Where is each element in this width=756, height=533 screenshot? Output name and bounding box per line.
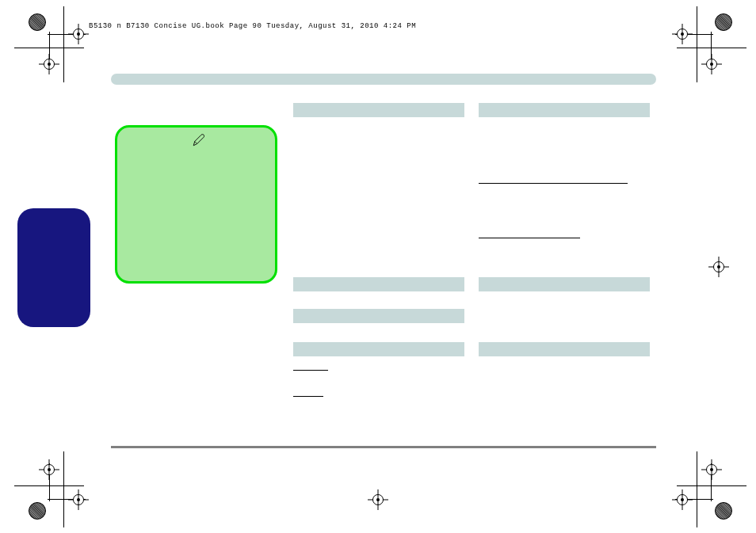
column1-subheading-bar bbox=[293, 342, 464, 356]
crop-line bbox=[697, 6, 697, 82]
column1-subheading-bar bbox=[293, 277, 464, 291]
crop-line bbox=[63, 451, 64, 527]
registration-mark-icon bbox=[704, 57, 719, 71]
halftone-circle-icon bbox=[29, 502, 46, 520]
note-callout-box bbox=[115, 125, 277, 284]
registration-mark-icon bbox=[371, 493, 385, 507]
text-underline bbox=[479, 238, 580, 238]
halftone-circle-icon bbox=[29, 13, 46, 31]
crop-line bbox=[697, 451, 697, 527]
registration-mark-icon bbox=[675, 27, 689, 41]
text-underline bbox=[293, 370, 328, 371]
registration-mark-icon bbox=[71, 493, 86, 507]
text-underline bbox=[479, 183, 628, 184]
chapter-side-tab bbox=[17, 208, 90, 327]
column2-subheading-bar bbox=[479, 342, 650, 356]
crop-line bbox=[14, 48, 84, 48]
crop-line bbox=[677, 48, 746, 48]
registration-mark-icon bbox=[42, 463, 56, 477]
pen-icon bbox=[192, 133, 206, 147]
column1-subheading-bar bbox=[293, 309, 464, 323]
text-underline bbox=[293, 396, 323, 397]
column1-heading-bar bbox=[293, 103, 464, 117]
registration-mark-icon bbox=[42, 57, 56, 71]
halftone-circle-icon bbox=[715, 13, 732, 31]
registration-mark-icon bbox=[675, 493, 689, 507]
registration-mark-icon bbox=[704, 463, 719, 477]
halftone-circle-icon bbox=[715, 502, 732, 520]
column2-heading-bar bbox=[479, 103, 650, 117]
footer-rule bbox=[111, 446, 656, 448]
crop-line bbox=[677, 485, 746, 486]
crop-line bbox=[63, 6, 64, 82]
registration-mark-icon bbox=[712, 260, 726, 274]
document-header-meta: B5130 n B7130 Concise UG.book Page 90 Tu… bbox=[89, 22, 416, 30]
registration-mark-icon bbox=[71, 27, 86, 41]
column2-subheading-bar bbox=[479, 277, 650, 291]
section-title-bar bbox=[111, 74, 656, 85]
crop-line bbox=[14, 485, 84, 486]
